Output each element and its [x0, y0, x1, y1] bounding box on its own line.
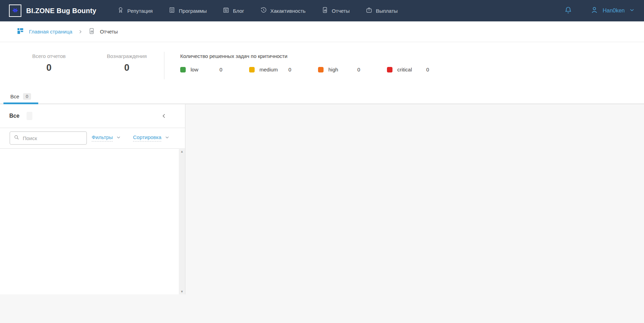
bizone-logo-icon — [9, 4, 21, 17]
low-swatch — [180, 67, 186, 72]
nav-item-hackactivity[interactable]: Хакактивность — [260, 7, 306, 15]
legend-count: 0 — [219, 67, 222, 72]
stat-rewards: Вознаграждения 0 — [89, 53, 165, 73]
stat-value: 0 — [11, 62, 87, 73]
user-icon — [590, 6, 599, 16]
breadcrumb: Главная страница Отчеты — [0, 21, 644, 42]
medium-swatch — [249, 67, 255, 72]
panel-toolbar: Фильтры Сортировка — [0, 128, 185, 149]
report-doc-icon — [88, 28, 95, 36]
breadcrumb-current-label: Отчеты — [100, 29, 118, 35]
legend-count: 0 — [288, 67, 291, 72]
tab-all-label: Все — [10, 94, 19, 99]
nav-item-blog[interactable]: Блог — [223, 7, 244, 15]
legend-label: critical — [397, 67, 426, 72]
search-icon — [13, 134, 20, 142]
panel-header: Все — [0, 104, 185, 128]
sort-label: Сортировка — [133, 134, 161, 141]
reports-list: ▲ ▼ — [0, 149, 185, 294]
reports-tabstrip: Все 0 — [0, 89, 644, 104]
stat-value: 0 — [89, 62, 165, 73]
critical-swatch — [387, 67, 392, 72]
legend-label: high — [328, 67, 357, 72]
scroll-up-arrow[interactable]: ▲ — [181, 150, 184, 153]
severity-title: Количество решенных задач по критичности — [180, 53, 456, 59]
severity-summary: Количество решенных задач по критичности… — [180, 53, 456, 72]
breadcrumb-home-label: Главная страница — [29, 29, 72, 35]
collapse-panel-button[interactable] — [161, 112, 167, 119]
stat-total-reports: Всего отчетов 0 — [11, 53, 87, 73]
report-icon — [321, 7, 328, 15]
nav-item-reports[interactable]: Отчеты — [321, 7, 350, 15]
medal-icon — [117, 7, 124, 15]
nav-label: Выплаты — [376, 8, 398, 14]
briefcase-icon — [366, 7, 372, 15]
brand[interactable]: BI.ZONE Bug Bounty — [9, 4, 96, 17]
brand-title: BI.ZONE Bug Bounty — [26, 7, 96, 15]
breadcrumb-home[interactable]: Главная страница — [17, 27, 72, 36]
chevron-down-icon — [164, 135, 170, 141]
chevron-down-icon — [116, 135, 121, 141]
legend-label: medium — [259, 67, 288, 72]
search-input[interactable] — [23, 135, 78, 141]
panel-title: Все — [9, 113, 19, 119]
legend-count: 0 — [426, 67, 429, 72]
tab-all[interactable]: Все 0 — [10, 89, 31, 104]
legend-item-medium: medium 0 — [249, 67, 318, 72]
user-name: Han0ken — [603, 8, 625, 14]
nav-label: Отчеты — [332, 8, 350, 14]
chevron-down-icon — [629, 7, 635, 14]
breadcrumb-current: Отчеты — [88, 28, 118, 36]
nav-item-programs[interactable]: Программы — [168, 7, 207, 15]
user-menu[interactable]: Han0ken — [590, 6, 635, 16]
legend-label: low — [191, 67, 219, 72]
search-box — [10, 131, 87, 145]
stats-section: Всего отчетов 0 Вознаграждения 0 Количес… — [0, 42, 644, 89]
stat-label: Вознаграждения — [89, 53, 165, 59]
nav-item-payouts[interactable]: Выплаты — [366, 7, 398, 15]
nav-item-reputation[interactable]: Репутация — [117, 7, 153, 15]
report-detail-area — [186, 104, 644, 323]
nav-label: Блог — [233, 8, 244, 14]
notifications-bell-icon[interactable] — [564, 6, 572, 16]
main-nav: Репутация Программы — [117, 7, 398, 15]
legend-item-critical: critical 0 — [387, 67, 456, 72]
vertical-divider — [164, 52, 164, 79]
navbar-right: Han0ken — [564, 6, 635, 16]
reports-list-panel: Все Фильтры Со — [0, 104, 185, 294]
panel-count-badge — [27, 112, 32, 120]
nav-label: Программы — [179, 8, 207, 14]
dashboard-tiles-icon — [17, 27, 24, 36]
scroll-down-arrow[interactable]: ▼ — [181, 290, 184, 293]
blog-icon — [223, 7, 229, 15]
chevron-right-icon — [78, 29, 83, 34]
legend-item-high: high 0 — [318, 67, 387, 72]
top-navbar: BI.ZONE Bug Bounty Репутация — [0, 0, 644, 21]
stat-label: Всего отчетов — [11, 53, 87, 59]
legend-count: 0 — [357, 67, 360, 72]
high-swatch — [318, 67, 324, 72]
nav-label: Репутация — [127, 8, 153, 14]
legend-item-low: low 0 — [180, 67, 249, 72]
filters-label: Фильтры — [92, 134, 113, 141]
tab-all-count-badge: 0 — [23, 93, 31, 100]
sort-dropdown[interactable]: Сортировка — [133, 134, 170, 141]
vertical-scrollbar[interactable]: ▲ ▼ — [179, 149, 185, 294]
severity-legend: low 0 medium 0 high 0 critical 0 — [180, 67, 456, 72]
history-icon — [260, 7, 267, 15]
building-icon — [168, 7, 175, 15]
nav-label: Хакактивность — [270, 8, 306, 14]
filters-dropdown[interactable]: Фильтры — [92, 134, 121, 141]
